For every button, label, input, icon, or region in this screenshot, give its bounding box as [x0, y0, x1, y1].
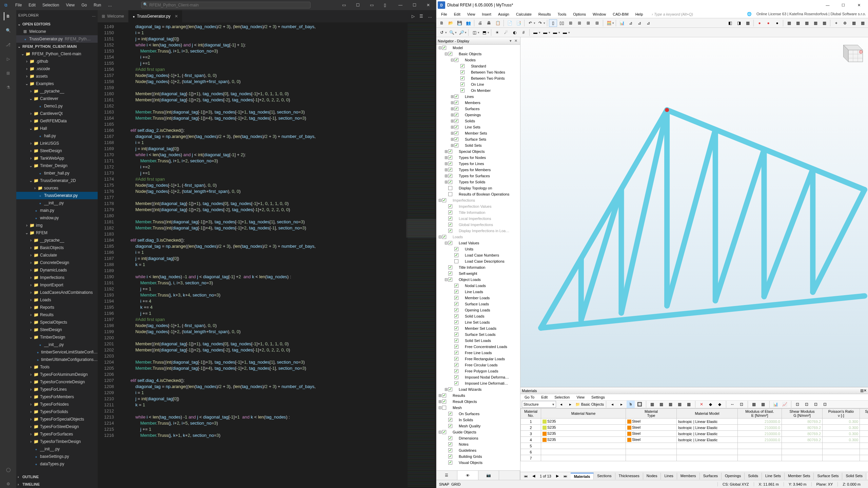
testing-icon[interactable]: ⚗ [4, 83, 12, 92]
navigator-item[interactable]: ⊞Result Objects [436, 399, 520, 405]
vs-menu-file[interactable]: File [12, 1, 25, 9]
materials-sheet-nav[interactable]: ⏮◀1 of 13▶⏭ MaterialsSectionsThicknesses… [520, 472, 868, 480]
sheet-tab[interactable]: Lines [661, 473, 677, 480]
tree-item[interactable]: ›📁__pycache__ [16, 237, 98, 244]
navigator-item[interactable]: Solid Loads [436, 313, 520, 319]
rfem-menu-options[interactable]: Options [570, 11, 589, 17]
table-row[interactable]: 6 [521, 449, 868, 455]
tree-item[interactable]: ›📁TypesForAluminumDesign [16, 371, 98, 378]
accounts-icon[interactable]: ◯ [4, 466, 12, 474]
navigator-item[interactable]: Mesh Quality [436, 423, 520, 429]
structure-combo[interactable]: Structure▾ [522, 401, 556, 408]
navigator-item[interactable]: Nodal Loads [436, 283, 520, 289]
sheet-tab[interactable]: Surfaces [700, 473, 722, 480]
col-header[interactable]: Poisson's Ratioν [-] [823, 409, 860, 419]
rfem-menu-file[interactable]: File [438, 11, 451, 17]
tree-item[interactable]: ›📁SpecialObjects [16, 319, 98, 326]
navigator-tabs[interactable]: ☰👁📷 [436, 470, 520, 480]
materials-toolbar[interactable]: Structure▾ ◂▸ 📁 Basic Objects ◂▸ 🖱🔲 ▦▦▦▦… [520, 400, 868, 408]
navigator-item[interactable]: Line Set Loads [436, 319, 520, 325]
materials-menu-view[interactable]: View [576, 395, 585, 399]
navigator-item[interactable]: Display Imperfections in Loa… [436, 228, 520, 234]
navigator-item[interactable]: On Surfaces [436, 411, 520, 417]
sheet-tab[interactable]: Members [677, 473, 700, 480]
tree-item[interactable]: ⌄📁Timber_Design [16, 162, 98, 169]
rfem-toolbar-1[interactable]: 🗎📂💾👥 🖨🖶📋 📄📑 ↶▾↷▾ ▯▯▯⊞⊞⊞⊞ 🧮▾ 📊⊿⊿⊿ ◧◨▦ ●●●… [436, 18, 868, 28]
sheet-tab[interactable]: Thicknesses [615, 473, 643, 480]
navigator-item[interactable]: Imperfection Values [436, 203, 520, 209]
tree-item[interactable]: ›📁assets [16, 73, 98, 80]
navigator-float-icon[interactable]: ▾ [508, 39, 513, 43]
table-row[interactable]: 1S235SteelIsotropic | Linear Elastic2100… [521, 419, 868, 425]
search-icon[interactable]: 🔍 [4, 26, 12, 35]
vscode-layout-controls[interactable]: ▭☐▭▯ [336, 1, 392, 9]
tree-item[interactable]: ›📁ImportExport [16, 281, 98, 289]
navigator-item[interactable]: Imposed Nodal Deforma… [436, 374, 520, 380]
tree-item[interactable]: ›📁TankWebApp [16, 155, 98, 162]
vs-menu-go[interactable]: Go [78, 1, 90, 9]
navigator-item[interactable]: ⊟Load Values [436, 240, 520, 246]
tree-item[interactable]: ›📁BasicObjects [16, 244, 98, 251]
col-header[interactable]: SpecificW [860, 409, 868, 419]
navigator-item[interactable]: Opening Loads [436, 307, 520, 313]
navigator-item[interactable]: Free Circular Loads [436, 362, 520, 368]
sheet-tab[interactable]: Nodes [643, 473, 661, 480]
vs-menu-selection[interactable]: Selection [39, 1, 62, 9]
navigator-item[interactable]: ⊟Mesh [436, 405, 520, 411]
rfem-menu-assign[interactable]: Assign [495, 11, 513, 17]
tree-item[interactable]: ›📁.vscode [16, 65, 98, 73]
navigator-item[interactable]: In Solids [436, 417, 520, 423]
tree-item[interactable]: ⌄📁Hall [16, 125, 98, 132]
col-header[interactable]: Material Model [677, 409, 738, 419]
navigator-item[interactable]: Line Loads [436, 289, 520, 295]
table-row[interactable]: 3S235SteelIsotropic | Linear Elastic2100… [521, 431, 868, 437]
col-header[interactable]: Material Name [541, 409, 626, 419]
project-root-header[interactable]: ⌄RFEM_PYTHON_CLIENT-MAIN [16, 43, 98, 50]
tree-item[interactable]: ›📁TypesForLines [16, 386, 98, 393]
tree-item[interactable]: ›📁TypesForSteelDesign [16, 423, 98, 430]
tree-item[interactable]: ›📁GetRFEMData [16, 117, 98, 125]
navigator-item[interactable]: ⊞Solids [436, 118, 520, 124]
tree-item[interactable]: ›📁TypesForNodes [16, 401, 98, 408]
rfem-menu-results[interactable]: Results [535, 11, 554, 17]
navigator-item[interactable]: Results of Boolean Operations [436, 191, 520, 197]
tree-item[interactable]: ⬥baseSettings.py [16, 453, 98, 460]
materials-menu-settings[interactable]: Settings [591, 395, 605, 399]
tree-item[interactable]: ⌄📁Cantilever [16, 95, 98, 102]
navigator-item[interactable]: ⊞Types for Members [436, 167, 520, 173]
tree-item[interactable]: ›📁TypesForSolids [16, 408, 98, 415]
navigator-item[interactable]: ⊟Basic Objects [436, 51, 520, 57]
tree-item[interactable]: ⬥timber_hall.py [16, 169, 98, 177]
rfem-window-controls[interactable]: —☐✕ [820, 0, 867, 10]
navigator-item[interactable]: ⊞Openings [436, 112, 520, 118]
navigator-item[interactable]: Member Set Loads [436, 325, 520, 331]
tree-item[interactable]: ⬥timberServiceLimitStateConfi… [16, 348, 98, 356]
navigator-item[interactable]: ⊞Load Wizards [436, 386, 520, 392]
materials-menu-go-to[interactable]: Go To [525, 395, 534, 399]
tree-item[interactable]: ›📁SteelDesign [16, 147, 98, 155]
navigator-item[interactable]: Standard [436, 63, 520, 69]
viewport-3d[interactable]: X [520, 37, 868, 387]
rfem-menu-window[interactable]: Window [589, 11, 609, 17]
navigator-item[interactable]: Local Imperfections [436, 216, 520, 222]
navigator-item[interactable]: Solid Set Loads [436, 338, 520, 344]
sheet-tab[interactable]: Solids [745, 473, 762, 480]
navigator-item[interactable]: Surface Loads [436, 301, 520, 307]
navigator-item[interactable]: Dimensions [436, 435, 520, 441]
table-row[interactable]: 7 [521, 455, 868, 461]
tree-item[interactable]: ⬥hall.py [16, 132, 98, 140]
rfem-menu-tools[interactable]: Tools [554, 11, 570, 17]
rfem-menu-help[interactable]: Help [632, 11, 647, 17]
tree-item[interactable]: ›📁LoadCasesAndCombinations [16, 289, 98, 296]
tree-item[interactable]: ⌄📁Examples [16, 80, 98, 87]
tree-item[interactable]: ⌄📁RFEM_Python_Client-main [16, 50, 98, 58]
navigator-item[interactable]: Global Imperfections [436, 222, 520, 228]
tree-item[interactable]: ⌄📁TrussGenerator_2D [16, 177, 98, 184]
code-editor[interactable]: diagonal_tag = np.arange((len(tag_nodes)… [119, 22, 406, 488]
sheet-tab[interactable]: Materials [571, 473, 594, 480]
navigator-item[interactable]: Title Information [436, 264, 520, 270]
navigator-item[interactable]: ⊞Member Sets [436, 130, 520, 136]
tree-item[interactable]: ›📁__pycache__ [16, 87, 98, 95]
vs-menu-…[interactable]: … [104, 1, 115, 9]
materials-menu-edit[interactable]: Edit [541, 395, 548, 399]
